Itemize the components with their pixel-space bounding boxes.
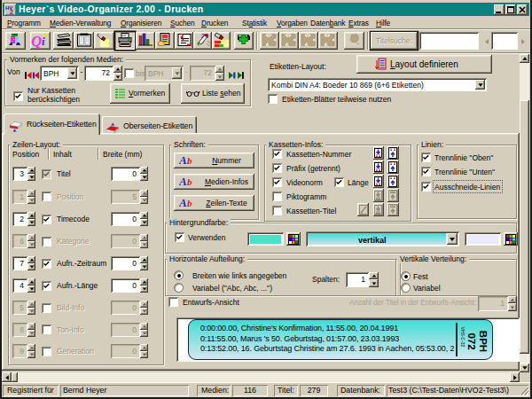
svg-text:A: A <box>179 176 187 187</box>
svg-text:2: 2 <box>10 9 13 15</box>
svg-text:A: A <box>179 197 187 208</box>
svg-text:A: A <box>179 154 187 166</box>
svg-text:b: b <box>187 176 192 187</box>
svg-text:b: b <box>187 198 192 208</box>
svg-text:b: b <box>187 155 192 166</box>
svg-text:Q: Q <box>31 33 42 49</box>
